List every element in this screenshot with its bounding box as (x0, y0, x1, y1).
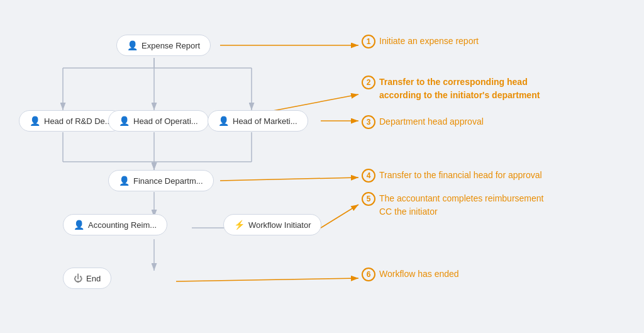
circle-1: 1 (362, 35, 375, 48)
annotation-6: 6 Workflow has ended (362, 268, 459, 281)
svg-line-20 (220, 178, 358, 181)
annotation-3-text: Department head approval (379, 115, 484, 128)
annotation-2: 2 Transfer to the corresponding headacco… (362, 76, 540, 102)
circle-3: 3 (362, 115, 375, 129)
annotation-1: 1 Initiate an expense report (362, 35, 479, 48)
annotation-4: 4 Transfer to the financial head for app… (362, 169, 542, 183)
person-icon-rd: 👤 (30, 116, 40, 126)
head-ops-label: Head of Operati... (133, 116, 198, 126)
annotation-5: 5 The accountant completes reimbursement… (362, 192, 543, 218)
annotation-4-text: Transfer to the financial head for appro… (379, 169, 542, 182)
circle-2: 2 (362, 76, 375, 89)
person-icon-ops: 👤 (119, 116, 130, 126)
circle-5: 5 (362, 192, 375, 206)
head-rd-label: Head of R&D De... (44, 116, 112, 126)
finance-label: Finance Departm... (133, 176, 203, 186)
annotation-2-text: Transfer to the corresponding headaccord… (379, 76, 540, 102)
person-icon-mkt: 👤 (218, 116, 229, 126)
person-icon: 👤 (127, 40, 138, 50)
accounting-label: Accounting Reim... (88, 220, 157, 230)
svg-line-22 (176, 278, 358, 281)
accounting-node[interactable]: 👤 Accounting Reim... (63, 214, 167, 235)
end-icon: ⏻ (74, 273, 82, 283)
circle-4: 4 (362, 169, 375, 183)
flash-icon: ⚡ (234, 220, 245, 230)
expense-report-label: Expense Report (142, 41, 200, 50)
head-rd-node[interactable]: 👤 Head of R&D De... (19, 110, 123, 132)
circle-6: 6 (362, 268, 375, 281)
annotation-3: 3 Department head approval (362, 115, 484, 129)
expense-report-node[interactable]: 👤 Expense Report (116, 35, 211, 56)
annotation-6-text: Workflow has ended (379, 268, 459, 281)
person-icon-acct: 👤 (74, 220, 84, 230)
workflow-initiator-label: Workflow Initiator (248, 220, 311, 230)
head-mkt-node[interactable]: 👤 Head of Marketi... (208, 110, 308, 132)
annotation-5-text: The accountant completes reimbursementCC… (379, 192, 543, 218)
annotation-1-text: Initiate an expense report (379, 35, 479, 48)
diagram-container: 👤 Expense Report 👤 Head of R&D De... 👤 H… (0, 0, 644, 333)
finance-node[interactable]: 👤 Finance Departm... (108, 170, 214, 191)
workflow-initiator-node[interactable]: ⚡ Workflow Initiator (223, 214, 321, 235)
end-node[interactable]: ⏻ End (63, 268, 111, 289)
person-icon-finance: 👤 (119, 176, 130, 186)
svg-line-21 (321, 205, 358, 228)
end-label: End (86, 274, 101, 283)
head-mkt-label: Head of Marketi... (233, 116, 297, 126)
head-ops-node[interactable]: 👤 Head of Operati... (108, 110, 209, 132)
